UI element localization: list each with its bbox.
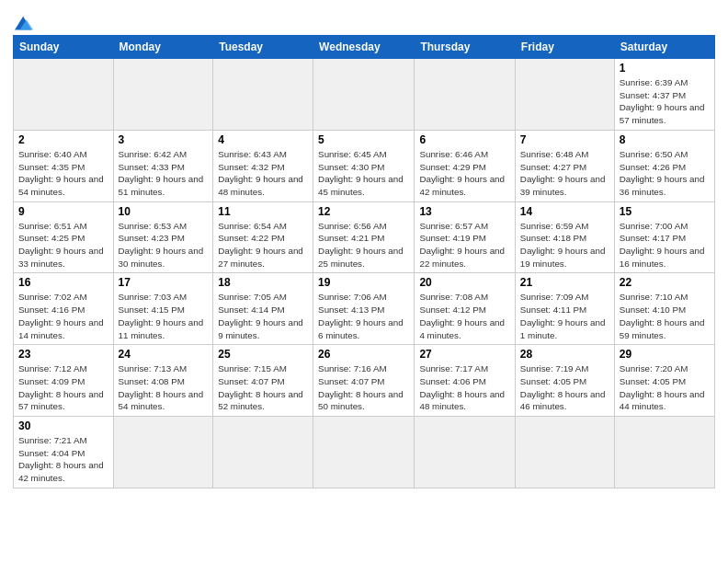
calendar-cell: 15Sunrise: 7:00 AM Sunset: 4:17 PM Dayli… — [614, 201, 714, 273]
day-number: 25 — [218, 348, 308, 361]
day-info: Sunrise: 7:10 AM Sunset: 4:10 PM Dayligh… — [620, 291, 710, 341]
calendar-cell: 21Sunrise: 7:09 AM Sunset: 4:11 PM Dayli… — [515, 273, 614, 345]
day-info: Sunrise: 6:54 AM Sunset: 4:22 PM Dayligh… — [218, 220, 308, 270]
day-info: Sunrise: 7:20 AM Sunset: 4:05 PM Dayligh… — [620, 362, 710, 413]
day-info: Sunrise: 6:42 AM Sunset: 4:33 PM Dayligh… — [119, 148, 209, 199]
calendar-cell: 1Sunrise: 6:39 AM Sunset: 4:37 PM Daylig… — [614, 59, 714, 131]
calendar-cell — [113, 59, 213, 131]
calendar-cell — [614, 417, 714, 488]
day-info: Sunrise: 6:56 AM Sunset: 4:21 PM Dayligh… — [318, 220, 409, 270]
calendar-cell: 5Sunrise: 6:45 AM Sunset: 4:30 PM Daylig… — [313, 130, 415, 201]
day-info: Sunrise: 7:17 AM Sunset: 4:06 PM Dayligh… — [419, 362, 509, 413]
day-number: 15 — [620, 205, 710, 218]
day-info: Sunrise: 6:51 AM Sunset: 4:25 PM Dayligh… — [18, 220, 108, 270]
day-info: Sunrise: 7:13 AM Sunset: 4:08 PM Dayligh… — [119, 362, 209, 413]
week-row-6: 30Sunrise: 7:21 AM Sunset: 4:04 PM Dayli… — [14, 417, 715, 488]
day-number: 13 — [419, 205, 509, 218]
day-number: 20 — [419, 276, 509, 289]
day-number: 24 — [119, 348, 209, 361]
day-info: Sunrise: 6:39 AM Sunset: 4:37 PM Dayligh… — [620, 76, 710, 127]
header-area — [13, 9, 715, 29]
calendar-cell: 16Sunrise: 7:02 AM Sunset: 4:16 PM Dayli… — [14, 273, 114, 345]
calendar-cell: 19Sunrise: 7:06 AM Sunset: 4:13 PM Dayli… — [313, 273, 415, 345]
day-number: 7 — [520, 133, 609, 146]
calendar-cell: 29Sunrise: 7:20 AM Sunset: 4:05 PM Dayli… — [614, 345, 714, 417]
calendar-cell — [213, 417, 313, 488]
day-number: 10 — [119, 205, 209, 218]
day-number: 6 — [419, 133, 509, 146]
logo — [13, 13, 35, 33]
day-info: Sunrise: 6:53 AM Sunset: 4:23 PM Dayligh… — [119, 220, 209, 270]
calendar-cell: 12Sunrise: 6:56 AM Sunset: 4:21 PM Dayli… — [313, 201, 415, 273]
calendar-cell: 3Sunrise: 6:42 AM Sunset: 4:33 PM Daylig… — [113, 130, 213, 201]
day-number: 16 — [18, 276, 108, 289]
calendar-cell — [515, 417, 614, 488]
day-info: Sunrise: 7:16 AM Sunset: 4:07 PM Dayligh… — [318, 362, 409, 413]
day-number: 21 — [520, 276, 609, 289]
day-info: Sunrise: 7:06 AM Sunset: 4:13 PM Dayligh… — [318, 291, 409, 341]
weekday-header-sunday: Sunday — [14, 36, 114, 59]
day-number: 1 — [620, 62, 710, 75]
day-info: Sunrise: 7:15 AM Sunset: 4:07 PM Dayligh… — [218, 362, 308, 413]
weekday-header-friday: Friday — [515, 36, 614, 59]
week-row-5: 23Sunrise: 7:12 AM Sunset: 4:09 PM Dayli… — [14, 345, 715, 417]
calendar-cell: 30Sunrise: 7:21 AM Sunset: 4:04 PM Dayli… — [14, 417, 114, 488]
calendar-cell: 4Sunrise: 6:43 AM Sunset: 4:32 PM Daylig… — [213, 130, 313, 201]
calendar-cell: 6Sunrise: 6:46 AM Sunset: 4:29 PM Daylig… — [415, 130, 515, 201]
day-info: Sunrise: 6:43 AM Sunset: 4:32 PM Dayligh… — [218, 148, 308, 199]
day-number: 19 — [318, 276, 409, 289]
day-number: 8 — [620, 133, 710, 146]
day-info: Sunrise: 6:46 AM Sunset: 4:29 PM Dayligh… — [419, 148, 509, 199]
calendar-cell: 28Sunrise: 7:19 AM Sunset: 4:05 PM Dayli… — [515, 345, 614, 417]
calendar-cell: 20Sunrise: 7:08 AM Sunset: 4:12 PM Dayli… — [415, 273, 515, 345]
week-row-1: 1Sunrise: 6:39 AM Sunset: 4:37 PM Daylig… — [14, 59, 715, 131]
day-number: 14 — [520, 205, 609, 218]
day-info: Sunrise: 7:12 AM Sunset: 4:09 PM Dayligh… — [18, 362, 108, 413]
week-row-4: 16Sunrise: 7:02 AM Sunset: 4:16 PM Dayli… — [14, 273, 715, 345]
calendar-cell: 24Sunrise: 7:13 AM Sunset: 4:08 PM Dayli… — [113, 345, 213, 417]
calendar-cell: 9Sunrise: 6:51 AM Sunset: 4:25 PM Daylig… — [14, 201, 114, 273]
calendar-cell: 8Sunrise: 6:50 AM Sunset: 4:26 PM Daylig… — [614, 130, 714, 201]
day-info: Sunrise: 6:45 AM Sunset: 4:30 PM Dayligh… — [318, 148, 409, 199]
day-info: Sunrise: 7:09 AM Sunset: 4:11 PM Dayligh… — [520, 291, 609, 341]
weekday-header-row: SundayMondayTuesdayWednesdayThursdayFrid… — [14, 36, 715, 59]
day-number: 29 — [620, 348, 710, 361]
week-row-3: 9Sunrise: 6:51 AM Sunset: 4:25 PM Daylig… — [14, 201, 715, 273]
day-info: Sunrise: 7:21 AM Sunset: 4:04 PM Dayligh… — [18, 434, 108, 485]
calendar-cell — [213, 59, 313, 131]
calendar-cell — [415, 417, 515, 488]
day-number: 5 — [318, 133, 409, 146]
day-number: 9 — [18, 205, 108, 218]
calendar-cell: 10Sunrise: 6:53 AM Sunset: 4:23 PM Dayli… — [113, 201, 213, 273]
calendar-cell: 2Sunrise: 6:40 AM Sunset: 4:35 PM Daylig… — [14, 130, 114, 201]
calendar-cell: 18Sunrise: 7:05 AM Sunset: 4:14 PM Dayli… — [213, 273, 313, 345]
weekday-header-wednesday: Wednesday — [313, 36, 415, 59]
day-info: Sunrise: 7:08 AM Sunset: 4:12 PM Dayligh… — [419, 291, 509, 341]
calendar-cell — [415, 59, 515, 131]
calendar-cell — [14, 59, 114, 131]
calendar-cell: 14Sunrise: 6:59 AM Sunset: 4:18 PM Dayli… — [515, 201, 614, 273]
day-number: 27 — [419, 348, 509, 361]
calendar-cell: 27Sunrise: 7:17 AM Sunset: 4:06 PM Dayli… — [415, 345, 515, 417]
calendar-cell: 17Sunrise: 7:03 AM Sunset: 4:15 PM Dayli… — [113, 273, 213, 345]
day-number: 3 — [119, 133, 209, 146]
day-number: 2 — [18, 133, 108, 146]
day-number: 28 — [520, 348, 609, 361]
logo-icon — [15, 15, 35, 35]
logo-area — [13, 9, 35, 29]
calendar-cell — [313, 417, 415, 488]
day-info: Sunrise: 7:00 AM Sunset: 4:17 PM Dayligh… — [620, 220, 710, 270]
day-number: 30 — [18, 419, 108, 432]
calendar-cell: 23Sunrise: 7:12 AM Sunset: 4:09 PM Dayli… — [14, 345, 114, 417]
day-number: 22 — [620, 276, 710, 289]
calendar-cell — [313, 59, 415, 131]
day-number: 18 — [218, 276, 308, 289]
day-number: 26 — [318, 348, 409, 361]
week-row-2: 2Sunrise: 6:40 AM Sunset: 4:35 PM Daylig… — [14, 130, 715, 201]
calendar-cell: 22Sunrise: 7:10 AM Sunset: 4:10 PM Dayli… — [614, 273, 714, 345]
day-number: 12 — [318, 205, 409, 218]
calendar-cell: 11Sunrise: 6:54 AM Sunset: 4:22 PM Dayli… — [213, 201, 313, 273]
weekday-header-tuesday: Tuesday — [213, 36, 313, 59]
weekday-header-monday: Monday — [113, 36, 213, 59]
weekday-header-saturday: Saturday — [614, 36, 714, 59]
